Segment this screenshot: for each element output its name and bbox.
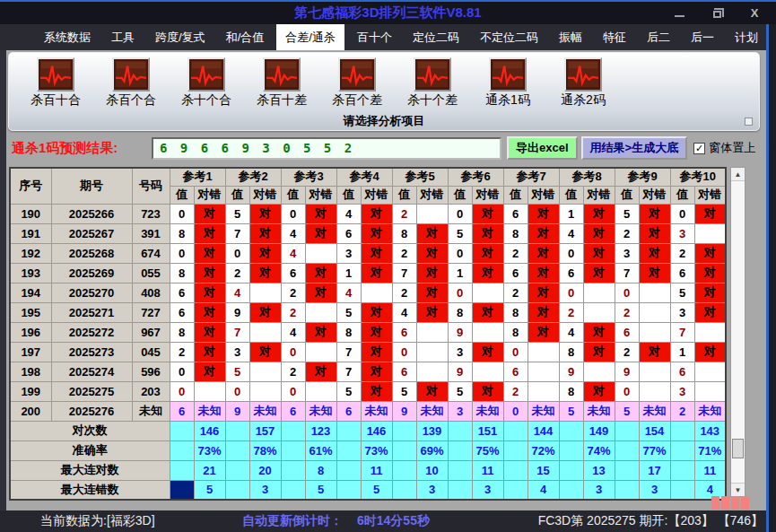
cell-value[interactable]: 2 <box>503 381 528 401</box>
summary-value-cell[interactable] <box>670 421 694 440</box>
summary-result-cell[interactable]: 157 <box>249 421 281 440</box>
cell-value[interactable]: 3 <box>670 381 694 401</box>
cell-value[interactable]: 8 <box>448 302 472 322</box>
cell-value[interactable]: 1 <box>448 263 472 283</box>
cell-value[interactable]: 0 <box>448 283 472 302</box>
cell-value[interactable]: 0 <box>559 243 583 263</box>
summary-result-cell[interactable]: 71% <box>694 440 726 460</box>
menu-item[interactable]: 后二 <box>639 25 678 50</box>
summary-result-cell[interactable]: 73% <box>361 440 392 460</box>
summary-value-cell[interactable] <box>392 440 416 460</box>
cell-value[interactable]: 3 <box>448 401 472 421</box>
summary-result-cell[interactable]: 3 <box>249 480 281 500</box>
cell-value[interactable]: 6 <box>503 263 528 283</box>
summary-value-cell[interactable] <box>392 421 416 440</box>
cell-value[interactable]: 7 <box>392 263 416 283</box>
summary-result-cell[interactable]: 15 <box>528 460 559 480</box>
cell-value[interactable]: 7 <box>225 322 249 342</box>
summary-result-cell[interactable]: 74% <box>583 440 615 460</box>
cell-value[interactable]: 8 <box>559 381 583 401</box>
cell-value[interactable]: 0 <box>170 204 194 223</box>
summary-value-cell[interactable] <box>392 460 416 480</box>
cell-value[interactable]: 0 <box>503 401 528 421</box>
cell-result[interactable]: 对 <box>416 243 448 263</box>
cell-result[interactable] <box>194 381 225 401</box>
summary-value-cell[interactable] <box>170 440 194 460</box>
cell-result[interactable]: 对 <box>194 223 225 243</box>
cell-result[interactable]: 对 <box>583 204 615 223</box>
cell-value[interactable]: 4 <box>336 283 361 302</box>
cell-value[interactable]: 5 <box>336 302 361 322</box>
cell-result[interactable] <box>472 283 503 302</box>
cell-result[interactable] <box>639 302 670 322</box>
cell-value[interactable]: 2 <box>615 302 639 322</box>
topmost-checkbox[interactable]: ✓ <box>693 143 705 154</box>
cell-result[interactable]: 对 <box>305 362 336 381</box>
cell-value[interactable]: 1 <box>336 263 361 283</box>
cell-value[interactable]: 7 <box>336 342 361 362</box>
cell-value[interactable]: 2 <box>615 223 639 243</box>
cell-result[interactable]: 未知 <box>305 401 336 421</box>
cell-value[interactable]: 5 <box>615 204 639 223</box>
cell-value[interactable]: 6 <box>170 401 194 421</box>
cell-value[interactable]: 6 <box>170 302 194 322</box>
summary-value-cell[interactable] <box>559 421 583 440</box>
cell-result[interactable]: 未知 <box>639 401 670 421</box>
cell-value[interactable]: 0 <box>170 362 194 381</box>
cell-value[interactable]: 6 <box>392 322 416 342</box>
cell-result[interactable]: 对 <box>361 302 392 322</box>
toolbar-button[interactable]: 杀百十差 <box>248 57 316 109</box>
summary-result-cell[interactable]: 75% <box>472 440 503 460</box>
summary-value-cell[interactable] <box>392 480 416 500</box>
cell-value[interactable]: 6 <box>559 263 583 283</box>
toolbar-button[interactable]: 杀十个差 <box>398 57 466 109</box>
cell-result[interactable] <box>416 342 448 362</box>
summary-value-cell[interactable] <box>170 421 194 440</box>
cell-result[interactable]: 对 <box>528 263 559 283</box>
cell-result[interactable]: 对 <box>694 302 726 322</box>
cell-result[interactable] <box>583 302 615 322</box>
summary-result-cell[interactable]: 69% <box>416 440 448 460</box>
cell-value[interactable]: 0 <box>225 243 249 263</box>
cell-result[interactable]: 对 <box>194 322 225 342</box>
cell-result[interactable]: 对 <box>305 223 336 243</box>
cell-result[interactable]: 未知 <box>472 401 503 421</box>
cell-result[interactable]: 对 <box>472 302 503 322</box>
cell-value[interactable]: 5 <box>670 283 694 302</box>
summary-value-cell[interactable] <box>670 460 694 480</box>
cell-value[interactable]: 0 <box>281 204 305 223</box>
cell-value[interactable]: 6 <box>503 362 528 381</box>
cell-result[interactable] <box>639 362 670 381</box>
cell-value[interactable]: 4 <box>225 283 249 302</box>
cell-value[interactable]: 2 <box>615 342 639 362</box>
menu-item[interactable]: 后一 <box>683 25 722 50</box>
summary-result-cell[interactable]: 11 <box>694 460 726 480</box>
cell-result[interactable]: 对 <box>528 283 559 302</box>
toolbar-button[interactable]: 杀十个合 <box>172 57 240 109</box>
menu-item[interactable]: 工具 <box>103 25 143 50</box>
cell-value[interactable]: 7 <box>615 263 639 283</box>
summary-result-cell[interactable]: 5 <box>194 480 225 500</box>
cell-value[interactable]: 6 <box>336 401 361 421</box>
summary-value-cell[interactable] <box>615 440 639 460</box>
cell-result[interactable]: 对 <box>194 243 225 263</box>
cell-result[interactable] <box>305 342 336 362</box>
cell-result[interactable] <box>528 362 559 381</box>
toolbar-button[interactable]: 通杀1码 <box>474 57 542 109</box>
cell-result[interactable]: 对 <box>583 342 615 362</box>
cell-result[interactable]: 对 <box>528 204 559 223</box>
scroll-down-button[interactable]: ▼ <box>731 483 745 496</box>
cell-value[interactable]: 2 <box>392 243 416 263</box>
cell-value[interactable]: 4 <box>559 223 583 243</box>
cell-result[interactable]: 对 <box>694 342 726 362</box>
summary-result-cell[interactable]: 146 <box>194 421 225 440</box>
cell-value[interactable]: 7 <box>225 223 249 243</box>
cell-result[interactable]: 对 <box>472 243 503 263</box>
cell-value[interactable]: 8 <box>503 223 528 243</box>
toolbar-button[interactable]: 杀百个差 <box>323 57 391 109</box>
cell-value[interactable]: 2 <box>225 263 249 283</box>
summary-result-cell[interactable]: 3 <box>416 480 448 500</box>
cell-value[interactable]: 2 <box>281 302 305 322</box>
toolbar-button[interactable]: 杀百十合 <box>22 57 90 109</box>
summary-value-cell[interactable] <box>336 421 361 440</box>
